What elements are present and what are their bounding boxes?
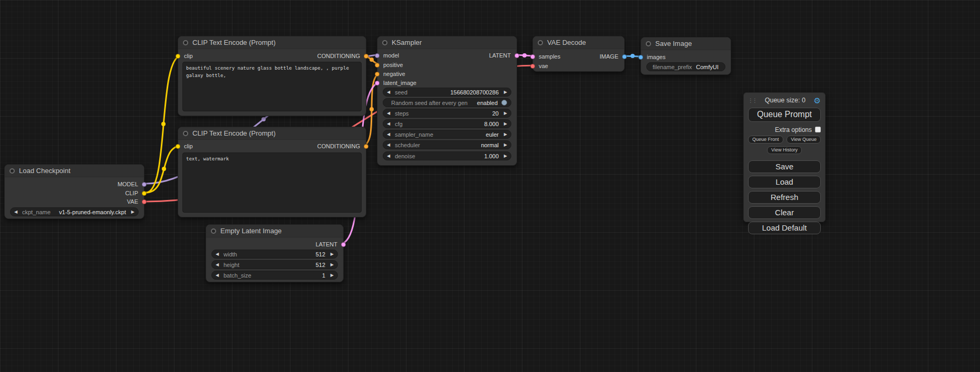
sampler-name-widget[interactable]: ◀ sampler_name euler ▶	[383, 130, 511, 139]
batch-size-widget[interactable]: ◀ batch_size 1 ▶	[211, 271, 338, 280]
decrement-arrow-icon[interactable]: ◀	[387, 122, 393, 126]
node-ksampler[interactable]: KSampler model positive negative latent_…	[377, 36, 517, 166]
increment-arrow-icon[interactable]: ▶	[501, 90, 507, 94]
input-slot-samples[interactable]: samples	[530, 53, 560, 60]
output-slot-model[interactable]: MODEL	[118, 180, 147, 188]
node-clip-text-encode-positive[interactable]: CLIP Text Encode (Prompt) clip CONDITION…	[178, 36, 366, 116]
filename-prefix-widget[interactable]: filename_prefix ComfyUI	[646, 62, 725, 71]
increment-arrow-icon[interactable]: ▶	[501, 111, 507, 116]
output-slot-image[interactable]: IMAGE	[600, 53, 627, 60]
view-queue-button[interactable]: View Queue	[787, 136, 821, 144]
view-history-button[interactable]: View History	[767, 146, 802, 154]
image-socket-icon[interactable]	[638, 55, 643, 60]
node-title-bar[interactable]: CLIP Text Encode (Prompt)	[178, 127, 366, 140]
negative-prompt-textarea[interactable]: text, watermark	[182, 152, 362, 213]
input-slot-model[interactable]: model	[375, 52, 399, 59]
collapse-dot-icon[interactable]	[211, 228, 216, 234]
decrement-arrow-icon[interactable]: ◀	[387, 111, 393, 116]
refresh-button[interactable]: Refresh	[748, 191, 821, 204]
clear-button[interactable]: Clear	[748, 206, 821, 219]
clip-socket-icon[interactable]	[176, 54, 180, 59]
vae-socket-icon[interactable]	[530, 64, 535, 69]
cfg-widget[interactable]: ◀ cfg 8.000 ▶	[383, 119, 511, 128]
decrement-arrow-icon[interactable]: ◀	[387, 90, 393, 94]
input-slot-vae[interactable]: vae	[530, 62, 548, 70]
model-socket-icon[interactable]	[375, 53, 380, 58]
queue-front-button[interactable]: Queue Front	[748, 136, 783, 144]
height-widget[interactable]: ◀ height 512 ▶	[211, 260, 338, 269]
output-slot-latent[interactable]: LATENT	[489, 52, 519, 59]
width-widget[interactable]: ◀ width 512 ▶	[211, 250, 338, 259]
latent-socket-icon[interactable]	[375, 81, 380, 85]
node-title-bar[interactable]: KSampler	[377, 36, 517, 49]
collapse-dot-icon[interactable]	[183, 40, 188, 45]
latent-socket-icon[interactable]	[530, 54, 535, 59]
clip-socket-icon[interactable]	[176, 144, 180, 149]
input-slot-latent-image[interactable]: latent_image	[375, 79, 416, 87]
decrement-arrow-icon[interactable]: ◀	[387, 143, 393, 147]
decrement-arrow-icon[interactable]: ◀	[216, 263, 221, 267]
node-title-bar[interactable]: Load Checkpoint	[5, 165, 144, 177]
image-socket-icon[interactable]	[622, 54, 627, 59]
save-button[interactable]: Save	[748, 160, 821, 173]
input-slot-positive[interactable]: positive	[375, 61, 403, 69]
increment-arrow-icon[interactable]: ▶	[501, 122, 507, 126]
increment-arrow-icon[interactable]: ▶	[328, 273, 334, 278]
decrement-arrow-icon[interactable]: ◀	[216, 273, 221, 278]
decrement-arrow-icon[interactable]: ◀	[14, 210, 20, 214]
output-slot-vae[interactable]: VAE	[127, 198, 147, 205]
positive-prompt-textarea[interactable]: beautiful scenery nature glass bottle la…	[182, 62, 362, 111]
node-title-bar[interactable]: Save Image	[641, 37, 731, 50]
denoise-widget[interactable]: ◀ denoise 1.000 ▶	[383, 151, 511, 160]
decrement-arrow-icon[interactable]: ◀	[387, 154, 393, 158]
node-title-bar[interactable]: Empty Latent Image	[206, 225, 343, 237]
collapse-dot-icon[interactable]	[9, 168, 15, 174]
collapse-dot-icon[interactable]	[646, 41, 651, 46]
increment-arrow-icon[interactable]: ▶	[501, 143, 507, 147]
conditioning-socket-icon[interactable]	[364, 144, 368, 149]
decrement-arrow-icon[interactable]: ◀	[216, 252, 221, 256]
steps-widget[interactable]: ◀ steps 20 ▶	[383, 109, 511, 118]
load-default-button[interactable]: Load Default	[748, 222, 821, 234]
latent-socket-icon[interactable]	[341, 242, 346, 247]
output-slot-conditioning[interactable]: CONDITIONING	[317, 142, 368, 150]
input-slot-negative[interactable]: negative	[375, 70, 405, 78]
conditioning-socket-icon[interactable]	[375, 72, 380, 77]
node-clip-text-encode-negative[interactable]: CLIP Text Encode (Prompt) clip CONDITION…	[178, 127, 366, 217]
increment-arrow-icon[interactable]: ▶	[501, 154, 507, 158]
input-slot-images[interactable]: images	[638, 53, 665, 61]
drag-handle-icon[interactable]: ⋮⋮	[748, 98, 756, 103]
toggle-knob-icon[interactable]	[501, 100, 507, 106]
conditioning-socket-icon[interactable]	[375, 63, 380, 68]
output-slot-conditioning[interactable]: CONDITIONING	[317, 52, 368, 60]
node-graph-canvas[interactable]: Load Checkpoint MODEL CLIP VAE ◀ ckpt_na…	[0, 0, 980, 372]
ckpt-name-widget[interactable]: ◀ ckpt_name v1-5-pruned-emaonly.ckpt ▶	[10, 207, 139, 216]
node-title-bar[interactable]: VAE Decode	[533, 36, 624, 49]
node-load-checkpoint[interactable]: Load Checkpoint MODEL CLIP VAE ◀ ckpt_na…	[4, 164, 144, 219]
conditioning-socket-icon[interactable]	[364, 54, 368, 59]
vae-socket-icon[interactable]	[142, 199, 147, 204]
random-seed-toggle-widget[interactable]: Random seed after every gen enabled	[383, 98, 511, 107]
collapse-dot-icon[interactable]	[183, 131, 188, 136]
decrement-arrow-icon[interactable]: ◀	[387, 132, 393, 137]
load-button[interactable]: Load	[748, 176, 821, 188]
input-slot-clip[interactable]: clip	[176, 142, 193, 150]
collapse-dot-icon[interactable]	[538, 40, 543, 45]
seed-widget[interactable]: ◀ seed 156680208700286 ▶	[383, 88, 511, 97]
increment-arrow-icon[interactable]: ▶	[501, 132, 507, 137]
node-empty-latent-image[interactable]: Empty Latent Image LATENT ◀ width 512 ▶ …	[206, 224, 344, 282]
output-slot-latent[interactable]: LATENT	[316, 241, 346, 248]
extra-options-checkbox[interactable]	[815, 127, 821, 132]
queue-prompt-button[interactable]: Queue Prompt	[748, 108, 821, 122]
increment-arrow-icon[interactable]: ▶	[328, 252, 334, 256]
increment-arrow-icon[interactable]: ▶	[129, 210, 134, 214]
scheduler-widget[interactable]: ◀ scheduler normal ▶	[383, 140, 511, 149]
node-title-bar[interactable]: CLIP Text Encode (Prompt)	[178, 36, 366, 49]
collapse-dot-icon[interactable]	[382, 40, 387, 45]
output-slot-clip[interactable]: CLIP	[125, 189, 147, 197]
increment-arrow-icon[interactable]: ▶	[328, 263, 334, 267]
model-socket-icon[interactable]	[142, 182, 147, 187]
latent-socket-icon[interactable]	[515, 53, 519, 58]
input-slot-clip[interactable]: clip	[176, 52, 193, 60]
node-vae-decode[interactable]: VAE Decode samples vae IMAGE	[532, 36, 625, 72]
